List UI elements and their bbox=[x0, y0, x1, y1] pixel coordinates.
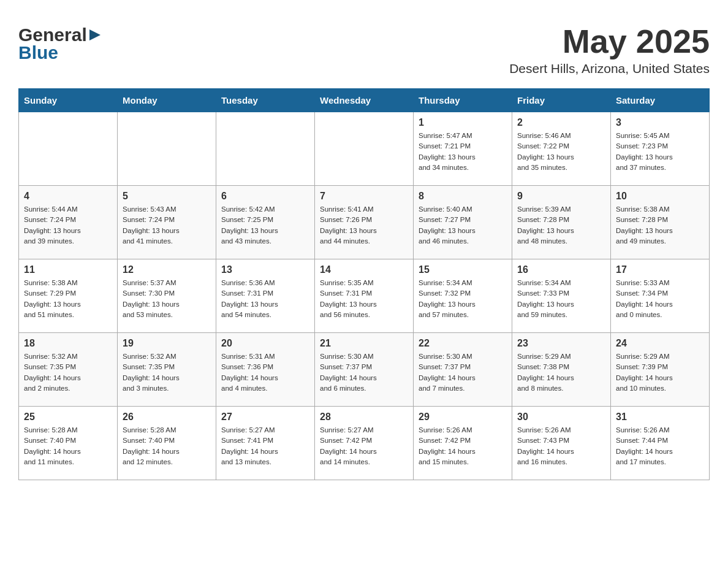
logo-blue-label: Blue bbox=[18, 42, 102, 63]
day-info: Sunrise: 5:43 AM Sunset: 7:24 PM Dayligh… bbox=[123, 204, 211, 247]
table-row: 28Sunrise: 5:27 AM Sunset: 7:42 PM Dayli… bbox=[315, 407, 414, 480]
table-row: 31Sunrise: 5:26 AM Sunset: 7:44 PM Dayli… bbox=[611, 407, 710, 480]
table-row: 9Sunrise: 5:39 AM Sunset: 7:28 PM Daylig… bbox=[512, 186, 611, 259]
day-info: Sunrise: 5:29 AM Sunset: 7:38 PM Dayligh… bbox=[517, 351, 605, 394]
day-number: 25 bbox=[24, 412, 112, 423]
day-info: Sunrise: 5:35 AM Sunset: 7:31 PM Dayligh… bbox=[320, 278, 408, 320]
table-row: 11Sunrise: 5:38 AM Sunset: 7:29 PM Dayli… bbox=[19, 259, 118, 333]
day-number: 17 bbox=[616, 264, 704, 275]
table-row: 8Sunrise: 5:40 AM Sunset: 7:27 PM Daylig… bbox=[414, 186, 512, 259]
day-info: Sunrise: 5:36 AM Sunset: 7:31 PM Dayligh… bbox=[221, 278, 309, 320]
table-row: 6Sunrise: 5:42 AM Sunset: 7:25 PM Daylig… bbox=[216, 186, 315, 259]
day-info: Sunrise: 5:45 AM Sunset: 7:23 PM Dayligh… bbox=[616, 131, 704, 173]
day-number: 6 bbox=[221, 191, 309, 202]
day-info: Sunrise: 5:37 AM Sunset: 7:30 PM Dayligh… bbox=[123, 278, 211, 320]
calendar-week-3: 11Sunrise: 5:38 AM Sunset: 7:29 PM Dayli… bbox=[19, 259, 710, 333]
day-info: Sunrise: 5:26 AM Sunset: 7:44 PM Dayligh… bbox=[616, 425, 704, 467]
day-number: 1 bbox=[419, 117, 507, 128]
day-number: 20 bbox=[221, 338, 309, 349]
day-number: 9 bbox=[517, 191, 605, 202]
calendar-location: Desert Hills, Arizona, United States bbox=[509, 61, 710, 76]
table-row: 30Sunrise: 5:26 AM Sunset: 7:43 PM Dayli… bbox=[512, 407, 611, 480]
table-row: 22Sunrise: 5:30 AM Sunset: 7:37 PM Dayli… bbox=[414, 333, 512, 407]
col-monday: Monday bbox=[118, 89, 216, 112]
col-thursday: Thursday bbox=[414, 89, 512, 112]
day-info: Sunrise: 5:30 AM Sunset: 7:37 PM Dayligh… bbox=[320, 351, 408, 394]
table-row: 4Sunrise: 5:44 AM Sunset: 7:24 PM Daylig… bbox=[19, 186, 118, 259]
day-number: 18 bbox=[24, 338, 112, 349]
day-info: Sunrise: 5:38 AM Sunset: 7:28 PM Dayligh… bbox=[616, 204, 704, 247]
table-row: 17Sunrise: 5:33 AM Sunset: 7:34 PM Dayli… bbox=[611, 259, 710, 333]
table-row bbox=[315, 112, 414, 186]
day-info: Sunrise: 5:34 AM Sunset: 7:32 PM Dayligh… bbox=[419, 278, 507, 320]
day-number: 19 bbox=[123, 338, 211, 349]
day-number: 26 bbox=[123, 412, 211, 423]
table-row bbox=[19, 112, 118, 186]
table-row: 25Sunrise: 5:28 AM Sunset: 7:40 PM Dayli… bbox=[19, 407, 118, 480]
table-row: 1Sunrise: 5:47 AM Sunset: 7:21 PM Daylig… bbox=[414, 112, 512, 186]
day-info: Sunrise: 5:27 AM Sunset: 7:42 PM Dayligh… bbox=[320, 425, 408, 467]
day-info: Sunrise: 5:42 AM Sunset: 7:25 PM Dayligh… bbox=[221, 204, 309, 247]
day-info: Sunrise: 5:29 AM Sunset: 7:39 PM Dayligh… bbox=[616, 351, 704, 394]
calendar-week-2: 4Sunrise: 5:44 AM Sunset: 7:24 PM Daylig… bbox=[19, 186, 710, 259]
table-row bbox=[118, 112, 216, 186]
day-number: 14 bbox=[320, 264, 408, 275]
svg-marker-6 bbox=[89, 29, 100, 40]
day-number: 29 bbox=[419, 412, 507, 423]
table-row: 19Sunrise: 5:32 AM Sunset: 7:35 PM Dayli… bbox=[118, 333, 216, 407]
day-info: Sunrise: 5:39 AM Sunset: 7:28 PM Dayligh… bbox=[517, 204, 605, 247]
table-row: 16Sunrise: 5:34 AM Sunset: 7:33 PM Dayli… bbox=[512, 259, 611, 333]
day-number: 2 bbox=[517, 117, 605, 128]
day-info: Sunrise: 5:26 AM Sunset: 7:42 PM Dayligh… bbox=[419, 425, 507, 467]
day-number: 16 bbox=[517, 264, 605, 275]
table-row: 23Sunrise: 5:29 AM Sunset: 7:38 PM Dayli… bbox=[512, 333, 611, 407]
col-wednesday: Wednesday bbox=[315, 89, 414, 112]
day-info: Sunrise: 5:38 AM Sunset: 7:29 PM Dayligh… bbox=[24, 278, 112, 320]
day-number: 24 bbox=[616, 338, 704, 349]
header-right: May 2025 Desert Hills, Arizona, United S… bbox=[519, 0, 710, 12]
day-number: 22 bbox=[419, 338, 507, 349]
day-number: 15 bbox=[419, 264, 507, 275]
day-number: 12 bbox=[123, 264, 211, 275]
day-number: 8 bbox=[419, 191, 507, 202]
col-friday: Friday bbox=[512, 89, 611, 112]
day-info: Sunrise: 5:41 AM Sunset: 7:26 PM Dayligh… bbox=[320, 204, 408, 247]
calendar-table: Sunday Monday Tuesday Wednesday Thursday… bbox=[18, 88, 710, 480]
table-row: 26Sunrise: 5:28 AM Sunset: 7:40 PM Dayli… bbox=[118, 407, 216, 480]
col-sunday: Sunday bbox=[19, 89, 118, 112]
table-row: 10Sunrise: 5:38 AM Sunset: 7:28 PM Dayli… bbox=[611, 186, 710, 259]
day-info: Sunrise: 5:33 AM Sunset: 7:34 PM Dayligh… bbox=[616, 278, 704, 320]
calendar-week-4: 18Sunrise: 5:32 AM Sunset: 7:35 PM Dayli… bbox=[19, 333, 710, 407]
table-row: 20Sunrise: 5:31 AM Sunset: 7:36 PM Dayli… bbox=[216, 333, 315, 407]
calendar-title: May 2025 bbox=[509, 25, 710, 58]
logo-triangle-icon bbox=[88, 28, 102, 42]
day-number: 5 bbox=[123, 191, 211, 202]
table-row: 13Sunrise: 5:36 AM Sunset: 7:31 PM Dayli… bbox=[216, 259, 315, 333]
location-subtitle: Desert Hills, Arizona, United States bbox=[519, 0, 710, 12]
table-row: 14Sunrise: 5:35 AM Sunset: 7:31 PM Dayli… bbox=[315, 259, 414, 333]
day-info: Sunrise: 5:46 AM Sunset: 7:22 PM Dayligh… bbox=[517, 131, 605, 173]
calendar-week-5: 25Sunrise: 5:28 AM Sunset: 7:40 PM Dayli… bbox=[19, 407, 710, 480]
day-number: 11 bbox=[24, 264, 112, 275]
day-info: Sunrise: 5:28 AM Sunset: 7:40 PM Dayligh… bbox=[24, 425, 112, 467]
day-number: 10 bbox=[616, 191, 704, 202]
table-row: 18Sunrise: 5:32 AM Sunset: 7:35 PM Dayli… bbox=[19, 333, 118, 407]
day-info: Sunrise: 5:31 AM Sunset: 7:36 PM Dayligh… bbox=[221, 351, 309, 394]
calendar-week-1: 1Sunrise: 5:47 AM Sunset: 7:21 PM Daylig… bbox=[19, 112, 710, 186]
day-info: Sunrise: 5:34 AM Sunset: 7:33 PM Dayligh… bbox=[517, 278, 605, 320]
day-number: 21 bbox=[320, 338, 408, 349]
day-number: 27 bbox=[221, 412, 309, 423]
logo-container: General Blue bbox=[18, 25, 102, 63]
table-row: 15Sunrise: 5:34 AM Sunset: 7:32 PM Dayli… bbox=[414, 259, 512, 333]
day-info: Sunrise: 5:32 AM Sunset: 7:35 PM Dayligh… bbox=[123, 351, 211, 394]
day-number: 13 bbox=[221, 264, 309, 275]
day-info: Sunrise: 5:32 AM Sunset: 7:35 PM Dayligh… bbox=[24, 351, 112, 394]
table-row: 3Sunrise: 5:45 AM Sunset: 7:23 PM Daylig… bbox=[611, 112, 710, 186]
day-number: 31 bbox=[616, 412, 704, 423]
table-row: 2Sunrise: 5:46 AM Sunset: 7:22 PM Daylig… bbox=[512, 112, 611, 186]
day-number: 4 bbox=[24, 191, 112, 202]
day-info: Sunrise: 5:28 AM Sunset: 7:40 PM Dayligh… bbox=[123, 425, 211, 467]
day-info: Sunrise: 5:27 AM Sunset: 7:41 PM Dayligh… bbox=[221, 425, 309, 467]
day-number: 28 bbox=[320, 412, 408, 423]
table-row bbox=[216, 112, 315, 186]
